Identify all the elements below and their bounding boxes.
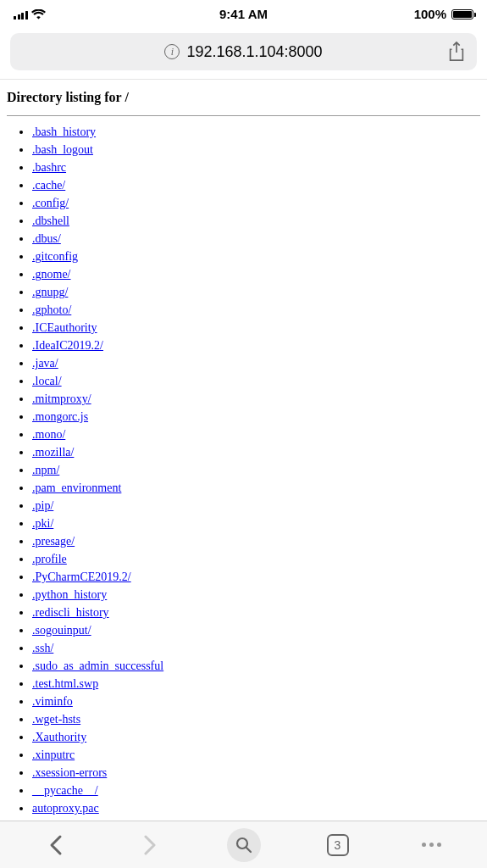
- bottom-toolbar: 3: [0, 821, 487, 868]
- list-item: .IdeaIC2019.2/: [32, 337, 480, 354]
- list-item: .gnome/: [32, 265, 480, 283]
- wifi-icon: [31, 9, 46, 19]
- directory-link[interactable]: .PyCharmCE2019.2/: [32, 570, 131, 583]
- directory-link[interactable]: .python_history: [32, 588, 107, 601]
- list-item: .pam_environment: [32, 479, 480, 497]
- list-item: .wget-hsts: [32, 710, 480, 728]
- directory-link[interactable]: .bash_logout: [32, 143, 93, 156]
- list-item: .bashrc: [32, 159, 480, 176]
- list-item: .sogouinput/: [32, 621, 480, 639]
- share-icon[interactable]: [448, 42, 465, 62]
- directory-link[interactable]: .gphoto/: [32, 303, 71, 316]
- directory-link[interactable]: .pam_environment: [32, 481, 121, 494]
- directory-link[interactable]: .java/: [32, 357, 58, 370]
- directory-link[interactable]: .IdeaIC2019.2/: [32, 339, 103, 352]
- list-item: autoproxy.pac: [32, 799, 480, 817]
- list-item: .local/: [32, 372, 480, 390]
- list-item: .dbus/: [32, 230, 480, 248]
- directory-link[interactable]: .viminfo: [32, 695, 73, 708]
- directory-link[interactable]: .gnupg/: [32, 286, 68, 298]
- directory-link[interactable]: .gitconfig: [32, 250, 78, 263]
- directory-link[interactable]: .rediscli_history: [32, 606, 109, 619]
- url-text: 192.168.1.104:8000: [186, 43, 322, 61]
- list-item: .test.html.swp: [32, 675, 480, 693]
- list-item: .pki/: [32, 515, 480, 532]
- directory-link[interactable]: .npm/: [32, 464, 59, 476]
- directory-link[interactable]: .Xauthority: [32, 731, 86, 743]
- directory-link[interactable]: .pip/: [32, 499, 53, 512]
- directory-list: .bash_history.bash_logout.bashrc.cache/.…: [7, 123, 480, 817]
- battery-percentage: 100%: [414, 7, 446, 21]
- directory-link[interactable]: .pki/: [32, 517, 53, 530]
- divider: [7, 115, 480, 116]
- list-item: .gphoto/: [32, 301, 480, 319]
- search-button[interactable]: [225, 826, 263, 864]
- more-icon: [422, 843, 441, 847]
- back-button[interactable]: [37, 826, 75, 864]
- status-bar: 9:41 AM 100%: [0, 0, 487, 25]
- list-item: .sudo_as_admin_successful: [32, 657, 480, 675]
- list-item: .gitconfig: [32, 248, 480, 265]
- list-item: .mongorc.js: [32, 408, 480, 426]
- page-content: Directory listing for / .bash_history.ba…: [0, 80, 487, 817]
- list-item: .bash_logout: [32, 141, 480, 159]
- directory-link[interactable]: .mitmproxy/: [32, 392, 91, 405]
- list-item: .config/: [32, 194, 480, 212]
- search-icon: [235, 837, 252, 854]
- directory-link[interactable]: .config/: [32, 197, 69, 209]
- info-icon: i: [164, 44, 180, 59]
- list-item: .dbshell: [32, 212, 480, 230]
- directory-link[interactable]: .bash_history: [32, 125, 96, 138]
- status-right: 100%: [414, 7, 473, 21]
- directory-link[interactable]: .ssh/: [32, 642, 53, 654]
- directory-link[interactable]: autoproxy.pac: [32, 802, 99, 815]
- address-bar[interactable]: i 192.168.1.104:8000: [10, 33, 477, 70]
- list-item: .xsession-errors: [32, 764, 480, 782]
- list-item: .ICEauthority: [32, 319, 480, 337]
- directory-link[interactable]: .presage/: [32, 535, 75, 548]
- directory-link[interactable]: .gnome/: [32, 268, 71, 281]
- tabs-button[interactable]: 3: [319, 826, 357, 864]
- list-item: .Xauthority: [32, 728, 480, 746]
- list-item: .mozilla/: [32, 443, 480, 461]
- directory-link[interactable]: __pycache__/: [32, 784, 98, 797]
- directory-link[interactable]: .sudo_as_admin_successful: [32, 659, 163, 672]
- more-button[interactable]: [413, 826, 451, 864]
- directory-link[interactable]: .xsession-errors: [32, 766, 107, 779]
- directory-link[interactable]: .cache/: [32, 179, 65, 192]
- directory-link[interactable]: .dbshell: [32, 214, 69, 227]
- list-item: .PyCharmCE2019.2/: [32, 568, 480, 586]
- list-item: .java/: [32, 354, 480, 372]
- directory-link[interactable]: .mono/: [32, 428, 65, 441]
- status-time: 9:41 AM: [219, 7, 268, 21]
- list-item: .presage/: [32, 532, 480, 550]
- directory-link[interactable]: .xinputrc: [32, 748, 75, 761]
- svg-point-0: [237, 838, 247, 849]
- list-item: .rediscli_history: [32, 604, 480, 621]
- list-item: .python_history: [32, 586, 480, 604]
- list-item: .pip/: [32, 497, 480, 515]
- list-item: .profile: [32, 550, 480, 568]
- directory-link[interactable]: .local/: [32, 375, 62, 387]
- directory-link[interactable]: .sogouinput/: [32, 624, 91, 637]
- cellular-signal-icon: [14, 9, 28, 19]
- list-item: .npm/: [32, 461, 480, 479]
- directory-link[interactable]: .test.html.swp: [32, 677, 98, 690]
- battery-icon: [451, 9, 473, 19]
- directory-link[interactable]: .bashrc: [32, 161, 66, 174]
- forward-button[interactable]: [131, 826, 169, 864]
- directory-link[interactable]: .wget-hsts: [32, 713, 80, 726]
- directory-link[interactable]: .ICEauthority: [32, 321, 97, 334]
- directory-link[interactable]: .dbus/: [32, 232, 61, 245]
- address-bar-container: i 192.168.1.104:8000: [0, 25, 487, 80]
- list-item: .cache/: [32, 176, 480, 194]
- directory-link[interactable]: .profile: [32, 553, 67, 565]
- directory-link[interactable]: .mozilla/: [32, 446, 74, 459]
- list-item: __pycache__/: [32, 782, 480, 799]
- list-item: .viminfo: [32, 693, 480, 710]
- list-item: .bash_history: [32, 123, 480, 141]
- page-title: Directory listing for /: [7, 88, 480, 112]
- status-left: [14, 9, 46, 19]
- directory-link[interactable]: .mongorc.js: [32, 410, 88, 423]
- list-item: .mono/: [32, 426, 480, 443]
